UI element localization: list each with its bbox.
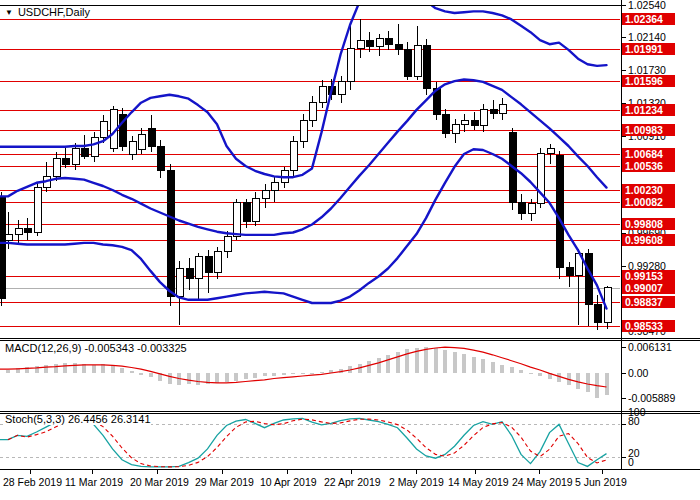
macd-histogram-bar [434,348,438,373]
candle-body [566,268,573,276]
macd-histogram-bar [187,373,191,384]
macd-scale-label: 0.00 [628,367,649,379]
level-price-badge: 0.98533 [625,320,663,332]
macd-scale-label: 0.006131 [628,341,672,353]
candle-body [347,48,354,82]
candle-body [243,202,250,221]
macd-histogram-bar [510,367,514,373]
candle-body [547,148,554,154]
level-price-badge: 1.00983 [625,124,663,136]
macd-histogram-bar [500,365,504,373]
candle-body [423,45,430,88]
macd-histogram-bar [405,349,409,373]
macd-histogram-bar [367,361,371,373]
candle-body [338,82,345,95]
level-price-badge: 0.99608 [625,234,663,246]
price-tick-label: 1.01730 [628,64,666,76]
candle-body [290,142,297,170]
date-label: 14 May 2019 [448,476,509,488]
macd-histogram-bar [225,373,229,382]
candle-body [319,87,326,103]
macd-histogram-bar [462,354,466,373]
macd-histogram-bar [92,365,96,373]
candle-body [34,188,41,233]
candle-body [528,204,535,214]
level-price-badge: 0.99808 [625,218,663,230]
level-price-badge: 0.99153 [625,270,663,282]
level-price-badge: 1.00536 [625,160,663,172]
macd-histogram-bar [196,373,200,385]
candle-body [404,49,411,76]
level-price-badge: 0.98837 [625,296,663,308]
macd-histogram-bar [130,371,134,373]
macd-histogram-bar [529,373,533,374]
macd-histogram-bar [576,373,580,389]
macd-histogram-bar [586,373,590,392]
macd-histogram-bar [377,358,381,373]
candle-body [452,124,459,133]
candle-body [72,148,79,164]
candle-body [366,40,373,46]
candle-body [357,40,364,48]
macd-histogram-bar [54,364,58,373]
candle-body [518,202,525,213]
stoch-panel[interactable] [0,418,620,467]
candle-body [62,159,69,165]
level-price-badge: 1.01596 [625,75,663,87]
level-price-badge: 1.01234 [625,104,663,116]
macd-histogram-bar [263,373,267,376]
candle-body [148,128,155,146]
stoch-scale-label: 0 [628,456,634,468]
trading-chart-window: 1.025401.021401.017301.013201.009100.996… [0,0,700,500]
macd-histogram-bar [301,373,305,374]
macd-histogram-bar [491,362,495,373]
macd-histogram-bar [310,373,314,374]
macd-histogram-bar [215,373,219,383]
candle-body [15,228,22,234]
date-label: 28 Feb 2019 [3,476,62,488]
candle-body [262,191,269,199]
candle-body [414,45,421,76]
macd-histogram-bar [605,373,609,395]
macd-histogram-bar [168,373,172,384]
macd-scale-label: -0.005889 [628,392,675,404]
level-price-badge: 1.00684 [625,148,663,160]
macd-histogram-bar [481,359,485,373]
candle-body [5,234,12,240]
stoch-k-line [0,418,607,467]
candle-body [53,159,60,177]
date-label: 11 Mar 2019 [65,476,123,488]
candle-body [271,183,278,191]
current-price-badge: 0.99007 [625,282,663,294]
price-axis[interactable]: 1.025401.021401.017301.013201.009100.996… [621,0,675,468]
level-price-badge: 1.02364 [625,13,663,25]
date-label: 20 Mar 2019 [130,476,189,488]
stoch-indicator-label: Stoch(5,3,3) 26.4456 26.3141 [5,414,151,425]
level-lines [0,20,620,327]
candle-body [157,147,164,170]
candle-body [100,122,107,138]
time-axis[interactable]: 28 Feb 201911 Mar 201920 Mar 201929 Mar … [3,470,627,488]
level-price-badge: 1.00230 [625,184,663,196]
macd-histogram-bar [453,352,457,373]
macd-histogram-bar [111,365,115,373]
candle-body [585,253,592,304]
candle-body [224,236,231,251]
candle-body [214,252,221,273]
price-tick-label: 1.02140 [628,31,666,43]
price-chart-svg[interactable]: 1.025401.021401.017301.013201.009100.996… [0,0,700,500]
candle-body [252,199,259,221]
stoch-scale-label: 80 [628,415,640,427]
macd-histogram-bar [234,373,238,381]
candle-body [556,156,563,268]
candle-body [480,109,487,126]
candle-body [471,120,478,126]
candle-body [395,44,402,49]
symbol-timeframe-dropdown[interactable]: ▼USDCHF,Daily [5,7,90,18]
macd-histogram-bar [396,352,400,373]
candle-body [195,257,202,279]
chart-canvas[interactable]: 1.025401.021401.017301.013201.009100.996… [0,0,700,500]
date-label: 5 Jun 2019 [575,476,627,488]
macd-panel[interactable] [0,347,609,398]
main-price-panel[interactable] [0,0,620,330]
